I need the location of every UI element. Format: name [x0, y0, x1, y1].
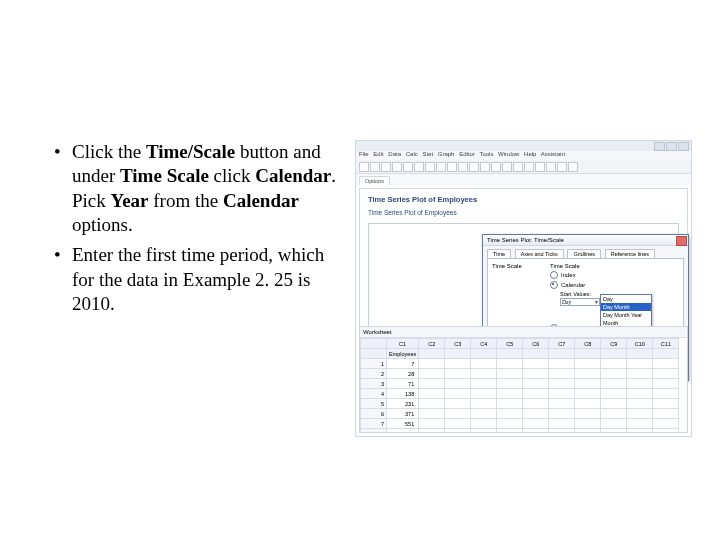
col-header[interactable]: C8 [575, 339, 601, 349]
toolbar-button[interactable] [425, 162, 435, 172]
dropdown-item[interactable]: Day Month Year [601, 311, 651, 319]
menu-calc[interactable]: Calc [406, 151, 418, 157]
menu-stat[interactable]: Stat [422, 151, 433, 157]
cell[interactable]: 71 [387, 379, 419, 389]
app-screenshot: File Edit Data Calc Stat Graph Editor To… [355, 140, 692, 437]
toolbar-button[interactable] [458, 162, 468, 172]
tab-time[interactable]: Time [487, 249, 511, 258]
instr-1-b4: Year [111, 190, 149, 211]
toolbar-button[interactable] [359, 162, 369, 172]
row-header[interactable]: 7 [361, 419, 387, 429]
instr-1-b5: Calendar [223, 190, 299, 211]
instr-1-g: options. [72, 214, 133, 235]
instr-1-b2: Time Scale [120, 165, 209, 186]
cell[interactable]: 412 [387, 429, 419, 434]
col-header[interactable]: C10 [627, 339, 653, 349]
radio-calendar[interactable] [550, 281, 558, 289]
plot-subtitle: Time Series Plot of Employees [368, 209, 457, 216]
toolbar-button[interactable] [502, 162, 512, 172]
toolbar-button[interactable] [524, 162, 534, 172]
radio-index[interactable] [550, 271, 558, 279]
row-header[interactable]: 4 [361, 389, 387, 399]
instr-1-a: Click the [72, 141, 146, 162]
menu-tools[interactable]: Tools [479, 151, 493, 157]
menu-window[interactable]: Window [498, 151, 519, 157]
col-header[interactable]: C7 [549, 339, 575, 349]
dialog-title: Time Series Plot: Time/Scale [487, 237, 564, 243]
toolbar-button[interactable] [392, 162, 402, 172]
calendar-type-select[interactable]: Day [560, 298, 600, 306]
menu-data[interactable]: Data [388, 151, 401, 157]
col-header[interactable]: C5 [497, 339, 523, 349]
radio-calendar-label: Calendar [561, 282, 585, 288]
toolbar-button[interactable] [436, 162, 446, 172]
tab-reference[interactable]: Reference lines [605, 249, 655, 258]
row-header[interactable]: 6 [361, 409, 387, 419]
col-header[interactable]: C3 [445, 339, 471, 349]
col-header[interactable]: C2 [419, 339, 445, 349]
col-header[interactable]: C6 [523, 339, 549, 349]
toolbar-button[interactable] [557, 162, 567, 172]
toolbar [356, 160, 691, 174]
toolbar-button[interactable] [414, 162, 424, 172]
menu-help[interactable]: Help [524, 151, 536, 157]
toolbar-button[interactable] [568, 162, 578, 172]
toolbar-button[interactable] [546, 162, 556, 172]
plot-title: Time Series Plot of Employees [368, 195, 477, 204]
min-button[interactable] [654, 142, 665, 151]
instruction-item-2: Enter the first time period, which for t… [50, 243, 350, 316]
menubar[interactable]: File Edit Data Calc Stat Graph Editor To… [356, 151, 691, 160]
dropdown-item[interactable]: Day [601, 295, 651, 303]
close-button[interactable] [678, 142, 689, 151]
row-header[interactable]: 3 [361, 379, 387, 389]
instr-2: Enter the first time period, which for t… [72, 244, 324, 314]
toolbar-button[interactable] [535, 162, 545, 172]
row-header[interactable]: 8 [361, 429, 387, 434]
dropdown-item[interactable]: Day Month [601, 303, 651, 311]
group-label: Time Scale [550, 263, 679, 269]
time-scale-label: Time Scale [492, 263, 522, 269]
instr-1-f: from the [153, 190, 223, 211]
toolbar-button[interactable] [381, 162, 391, 172]
worksheet-grid[interactable]: C1 C2 C3 C4 C5 C6 C7 C8 C9 C10 C11 Emplo… [360, 338, 679, 433]
toolbar-button[interactable] [480, 162, 490, 172]
cell[interactable]: 138 [387, 389, 419, 399]
menu-edit[interactable]: Edit [373, 151, 383, 157]
doc-tabs: Options [356, 174, 691, 185]
radio-index-label: Index [561, 272, 576, 278]
dialog-titlebar: Time Series Plot: Time/Scale [483, 235, 688, 246]
close-icon[interactable] [676, 236, 687, 246]
toolbar-button[interactable] [370, 162, 380, 172]
cell[interactable]: 7 [387, 359, 419, 369]
cell[interactable]: 231 [387, 399, 419, 409]
col-header[interactable]: C1 [387, 339, 419, 349]
cell[interactable]: 28 [387, 369, 419, 379]
row-header[interactable]: 1 [361, 359, 387, 369]
tab-gridlines[interactable]: Gridlines [567, 249, 601, 258]
corner-cell[interactable] [361, 339, 387, 349]
menu-graph[interactable]: Graph [438, 151, 455, 157]
instr-1-b1: Time/Scale [146, 141, 235, 162]
toolbar-button[interactable] [447, 162, 457, 172]
doc-tab[interactable]: Options [359, 176, 390, 185]
col-header[interactable]: C4 [471, 339, 497, 349]
toolbar-button[interactable] [491, 162, 501, 172]
menu-file[interactable]: File [359, 151, 369, 157]
col-header[interactable]: C9 [601, 339, 627, 349]
tab-axes[interactable]: Axes and Ticks [515, 249, 564, 258]
instr-1-b3: Calendar [255, 165, 331, 186]
max-button[interactable] [666, 142, 677, 151]
menu-assistant[interactable]: Assistant [541, 151, 565, 157]
app-titlebar [356, 141, 691, 151]
toolbar-button[interactable] [403, 162, 413, 172]
row-header[interactable]: 5 [361, 399, 387, 409]
toolbar-button[interactable] [513, 162, 523, 172]
worksheet-tab[interactable]: Worksheet [360, 327, 687, 338]
col-name[interactable]: Employees [387, 349, 419, 359]
cell[interactable]: 371 [387, 409, 419, 419]
toolbar-button[interactable] [469, 162, 479, 172]
cell[interactable]: 551 [387, 419, 419, 429]
row-header[interactable]: 2 [361, 369, 387, 379]
col-header[interactable]: C11 [653, 339, 679, 349]
menu-editor[interactable]: Editor [459, 151, 475, 157]
